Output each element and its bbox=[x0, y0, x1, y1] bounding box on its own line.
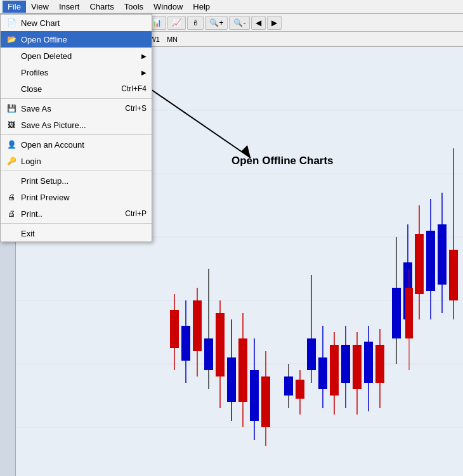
menu-file[interactable]: File bbox=[3, 1, 26, 13]
svg-rect-52 bbox=[438, 224, 447, 285]
svg-rect-38 bbox=[353, 345, 362, 389]
svg-rect-48 bbox=[415, 234, 424, 294]
open-account-label: Open an Account bbox=[21, 140, 84, 150]
svg-rect-26 bbox=[284, 376, 293, 396]
svg-rect-54 bbox=[449, 250, 458, 300]
profiles-icon bbox=[6, 67, 17, 78]
profiles-arrow-icon: ▶ bbox=[141, 69, 147, 76]
open-offline-icon: 📂 bbox=[6, 34, 17, 45]
print-setup-icon bbox=[6, 175, 17, 186]
close-shortcut: Ctrl+F4 bbox=[121, 84, 147, 93]
menu-sep-2 bbox=[1, 134, 152, 135]
save-as-shortcut: Ctrl+S bbox=[125, 104, 147, 113]
annotation-text: Open Offline Charts bbox=[232, 155, 334, 167]
svg-rect-50 bbox=[426, 231, 435, 291]
svg-rect-30 bbox=[307, 338, 316, 370]
print-shortcut: Ctrl+P bbox=[125, 209, 147, 218]
svg-rect-36 bbox=[341, 345, 350, 383]
menu-print[interactable]: 🖨 Print.. Ctrl+P bbox=[1, 205, 152, 222]
save-as-picture-label: Save As Picture... bbox=[21, 120, 86, 130]
svg-rect-28 bbox=[296, 380, 304, 399]
menu-sep-4 bbox=[1, 223, 152, 224]
svg-rect-56 bbox=[405, 288, 413, 338]
menu-print-setup[interactable]: Print Setup... bbox=[1, 172, 152, 189]
open-deleted-icon bbox=[6, 50, 17, 61]
save-as-label: Save As bbox=[21, 104, 51, 113]
svg-rect-14 bbox=[204, 338, 213, 370]
file-dropdown-menu: 📄 New Chart 📂 Open Offline Open Deleted … bbox=[0, 14, 152, 242]
svg-rect-32 bbox=[318, 357, 327, 389]
menu-charts[interactable]: Charts bbox=[84, 1, 119, 13]
menu-sep-3 bbox=[1, 170, 152, 171]
menu-print-preview[interactable]: 🖨 Print Preview bbox=[1, 189, 152, 205]
menu-save-as[interactable]: 💾 Save As Ctrl+S bbox=[1, 100, 152, 117]
menu-close[interactable]: Close Ctrl+F4 bbox=[1, 80, 152, 97]
svg-rect-12 bbox=[193, 300, 202, 351]
scroll-right-btn[interactable]: ▶ bbox=[267, 16, 282, 30]
menu-open-deleted[interactable]: Open Deleted ▶ bbox=[1, 48, 152, 64]
save-as-picture-icon: 🖼 bbox=[6, 119, 17, 131]
svg-rect-22 bbox=[250, 370, 259, 421]
close-icon bbox=[6, 83, 17, 94]
svg-rect-20 bbox=[238, 338, 247, 402]
zoom-out-btn[interactable]: 🔍- bbox=[229, 16, 250, 30]
menubar: File View Insert Charts Tools Window Hel… bbox=[0, 0, 463, 14]
chart-candle-btn[interactable]: 🕯 bbox=[187, 16, 204, 30]
svg-rect-18 bbox=[227, 357, 236, 402]
scroll-left-btn[interactable]: ◀ bbox=[251, 16, 266, 30]
menu-help[interactable]: Help bbox=[188, 1, 215, 13]
print-preview-label: Print Preview bbox=[21, 193, 70, 202]
open-account-icon: 👤 bbox=[6, 139, 17, 150]
zoom-in-btn[interactable]: 🔍+ bbox=[205, 16, 228, 30]
print-preview-icon: 🖨 bbox=[6, 191, 17, 203]
menu-open-account[interactable]: 👤 Open an Account bbox=[1, 136, 152, 153]
menu-exit[interactable]: Exit bbox=[1, 225, 152, 241]
menu-view[interactable]: View bbox=[26, 1, 54, 13]
open-offline-label: Open Offline bbox=[21, 35, 67, 44]
print-icon: 🖨 bbox=[6, 208, 17, 219]
profiles-label: Profiles bbox=[21, 68, 48, 77]
menu-insert[interactable]: Insert bbox=[54, 1, 85, 13]
print-setup-label: Print Setup... bbox=[21, 176, 68, 186]
menu-new-chart[interactable]: 📄 New Chart bbox=[1, 15, 152, 31]
svg-rect-40 bbox=[364, 342, 373, 383]
login-icon: 🔑 bbox=[6, 155, 17, 167]
tf-mn[interactable]: MN bbox=[164, 34, 181, 44]
svg-rect-42 bbox=[375, 345, 384, 383]
close-label: Close bbox=[21, 84, 42, 94]
menu-login[interactable]: 🔑 Login bbox=[1, 153, 152, 169]
menu-sep-1 bbox=[1, 98, 152, 99]
new-chart-icon: 📄 bbox=[6, 17, 17, 29]
exit-icon bbox=[6, 228, 17, 239]
login-label: Login bbox=[21, 157, 41, 166]
menu-tools[interactable]: Tools bbox=[119, 1, 148, 13]
svg-rect-16 bbox=[216, 313, 225, 376]
print-label: Print.. bbox=[21, 209, 42, 219]
svg-rect-24 bbox=[261, 376, 270, 427]
open-deleted-label: Open Deleted bbox=[21, 51, 72, 61]
menu-open-offline[interactable]: 📂 Open Offline bbox=[1, 31, 152, 48]
menu-save-as-picture[interactable]: 🖼 Save As Picture... bbox=[1, 117, 152, 133]
new-chart-label: New Chart bbox=[21, 18, 60, 28]
svg-rect-44 bbox=[392, 288, 401, 338]
menu-window[interactable]: Window bbox=[148, 1, 188, 13]
svg-rect-8 bbox=[170, 310, 179, 348]
svg-rect-34 bbox=[330, 345, 339, 396]
save-as-icon: 💾 bbox=[6, 103, 17, 114]
menu-profiles[interactable]: Profiles ▶ bbox=[1, 64, 152, 80]
chart-line-btn[interactable]: 📈 bbox=[167, 16, 186, 30]
svg-rect-10 bbox=[181, 326, 190, 361]
exit-label: Exit bbox=[21, 229, 35, 238]
open-deleted-arrow-icon: ▶ bbox=[141, 53, 147, 60]
